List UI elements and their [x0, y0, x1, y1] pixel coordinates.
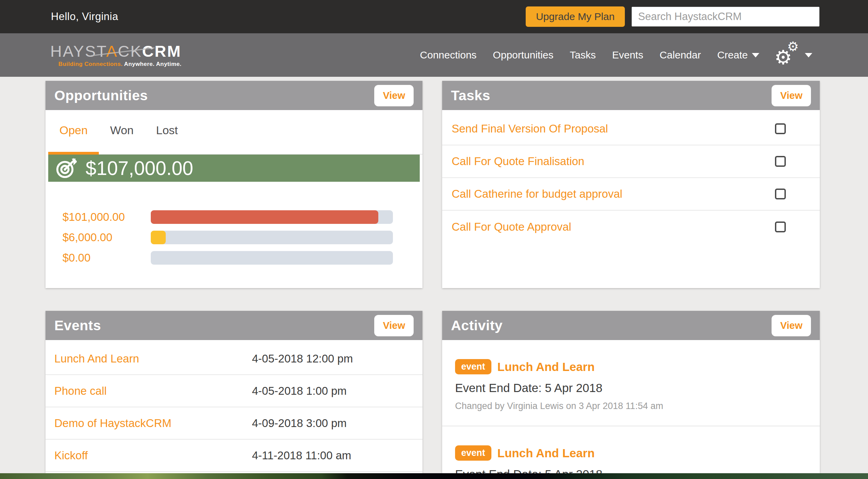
- chart-row-track: [151, 251, 393, 265]
- main-nav-bar: HAYSTACKCRM Building Connections. Anywhe…: [0, 33, 868, 77]
- create-dropdown[interactable]: Create: [717, 49, 759, 61]
- activity-event-link[interactable]: Lunch And Learn: [498, 446, 595, 460]
- event-row: Phone call 4-05-2018 1:00 pm: [46, 375, 422, 407]
- activity-view-button[interactable]: View: [772, 315, 811, 336]
- bullseye-arrow-icon: [56, 158, 77, 179]
- activity-list: event Lunch And Learn Event End Date: 5 …: [442, 340, 820, 479]
- tasks-view-button[interactable]: View: [772, 85, 811, 106]
- task-row: Call Catherine for budget approval: [442, 178, 820, 211]
- chart-row-fill: [151, 210, 378, 224]
- events-view-button[interactable]: View: [374, 315, 414, 336]
- opportunities-card: Opportunities View Open Won Lost $107,00…: [46, 81, 422, 288]
- chart-row: $6,000.00: [46, 227, 422, 248]
- caret-down-icon: [805, 53, 812, 57]
- event-datetime: 4-11-2018 11:00 am: [252, 449, 422, 462]
- event-row: Demo of HaystackCRM 4-09-2018 3:00 pm: [46, 407, 422, 440]
- event-link[interactable]: Lunch And Learn: [54, 352, 252, 365]
- task-checkbox[interactable]: [775, 221, 786, 232]
- event-row: Kickoff 4-11-2018 11:00 am: [46, 440, 422, 472]
- activity-meta: Changed by Virginia Lewis on 3 Apr 2018 …: [455, 401, 810, 411]
- task-checkbox[interactable]: [775, 189, 786, 199]
- activity-card: Activity View event Lunch And Learn Even…: [442, 311, 820, 473]
- event-datetime: 4-09-2018 3:00 pm: [252, 417, 422, 430]
- upgrade-plan-button[interactable]: Upgrade My Plan: [526, 6, 625, 27]
- event-datetime: 4-05-2018 12:00 pm: [252, 352, 422, 365]
- tab-open[interactable]: Open: [48, 124, 99, 155]
- opportunities-view-button[interactable]: View: [374, 85, 414, 106]
- activity-item: event Lunch And Learn Event End Date: 5 …: [442, 426, 820, 479]
- nav-item-tasks[interactable]: Tasks: [570, 49, 596, 61]
- logo-tagline: Building Connections. Anywhere. Anytime.: [50, 61, 181, 67]
- settings-dropdown[interactable]: ⚙ ⚙: [776, 41, 812, 69]
- top-bar-actions: Upgrade My Plan: [526, 6, 819, 27]
- logo-text-crm: CRM: [142, 42, 181, 60]
- tasks-card: Tasks View Send Final Version Of Proposa…: [442, 81, 820, 288]
- activity-event-link[interactable]: Lunch And Learn: [498, 360, 595, 374]
- opportunities-tabs: Open Won Lost: [48, 124, 420, 155]
- tab-lost[interactable]: Lost: [145, 124, 189, 155]
- tasks-title: Tasks: [451, 88, 490, 104]
- events-title: Events: [54, 318, 101, 334]
- event-list: Lunch And Learn 4-05-2018 12:00 pm Phone…: [46, 340, 422, 472]
- chart-row-label: $0.00: [62, 251, 151, 264]
- tab-won[interactable]: Won: [99, 124, 145, 155]
- event-type-badge: event: [455, 445, 491, 461]
- chart-row: $101,000.00: [46, 207, 422, 227]
- open-total-banner: $107,000.00: [48, 155, 420, 182]
- event-datetime: 4-05-2018 1:00 pm: [252, 385, 422, 397]
- event-link[interactable]: Kickoff: [54, 449, 252, 462]
- event-row: Lunch And Learn 4-05-2018 12:00 pm: [46, 343, 422, 375]
- opportunities-bar-chart: $101,000.00 $6,000.00 $0.00: [46, 207, 422, 268]
- background-photo-strip: [0, 473, 868, 479]
- settings-gears-icon: ⚙ ⚙: [776, 41, 800, 69]
- create-label: Create: [717, 49, 748, 61]
- nav-links: Connections Opportunities Tasks Events C…: [420, 41, 812, 69]
- open-total-value: $107,000.00: [86, 157, 193, 179]
- event-type-badge: event: [455, 359, 491, 374]
- activity-card-header: Activity View: [442, 311, 820, 340]
- task-list: Send Final Version Of Proposal Call For …: [442, 110, 820, 243]
- task-link[interactable]: Call Catherine for budget approval: [452, 188, 622, 200]
- nav-item-opportunities[interactable]: Opportunities: [493, 49, 553, 61]
- task-checkbox[interactable]: [775, 123, 786, 134]
- search-input[interactable]: [632, 7, 819, 26]
- activity-detail: Event End Date: 5 Apr 2018: [455, 381, 810, 395]
- opportunities-title: Opportunities: [54, 88, 148, 104]
- tasks-card-header: Tasks View: [442, 81, 820, 110]
- chart-row-track: [151, 210, 393, 224]
- task-link[interactable]: Call For Quote Finalisation: [452, 155, 584, 168]
- user-greeting: Hello, Virginia: [51, 11, 118, 23]
- chart-row-label: $6,000.00: [62, 231, 151, 244]
- task-link[interactable]: Send Final Version Of Proposal: [452, 122, 608, 135]
- event-link[interactable]: Phone call: [54, 385, 252, 397]
- task-row: Send Final Version Of Proposal: [442, 113, 820, 145]
- task-checkbox[interactable]: [775, 156, 786, 167]
- nav-item-connections[interactable]: Connections: [420, 49, 477, 61]
- opportunities-card-header: Opportunities View: [46, 81, 422, 110]
- nav-item-calendar[interactable]: Calendar: [659, 49, 701, 61]
- task-row: Call For Quote Approval: [442, 211, 820, 243]
- chart-row-track: [151, 231, 393, 244]
- chart-row-fill: [151, 231, 166, 244]
- nav-item-events[interactable]: Events: [612, 49, 643, 61]
- activity-title: Activity: [451, 318, 503, 334]
- events-card-header: Events View: [46, 311, 422, 340]
- task-row: Call For Quote Finalisation: [442, 145, 820, 178]
- chart-row-label: $101,000.00: [62, 211, 151, 224]
- top-bar: Hello, Virginia Upgrade My Plan: [0, 0, 868, 33]
- event-link[interactable]: Demo of HaystackCRM: [54, 417, 252, 430]
- events-card: Events View Lunch And Learn 4-05-2018 12…: [46, 311, 422, 473]
- activity-item: event Lunch And Learn Event End Date: 5 …: [442, 340, 820, 426]
- caret-down-icon: [752, 53, 759, 57]
- chart-row: $0.00: [46, 248, 422, 268]
- logo-text-a: A: [106, 42, 118, 60]
- task-link[interactable]: Call For Quote Approval: [452, 220, 571, 233]
- haystackcrm-logo[interactable]: HAYSTACKCRM Building Connections. Anywhe…: [50, 43, 181, 67]
- logo-text-hayst: HAYST: [50, 42, 106, 60]
